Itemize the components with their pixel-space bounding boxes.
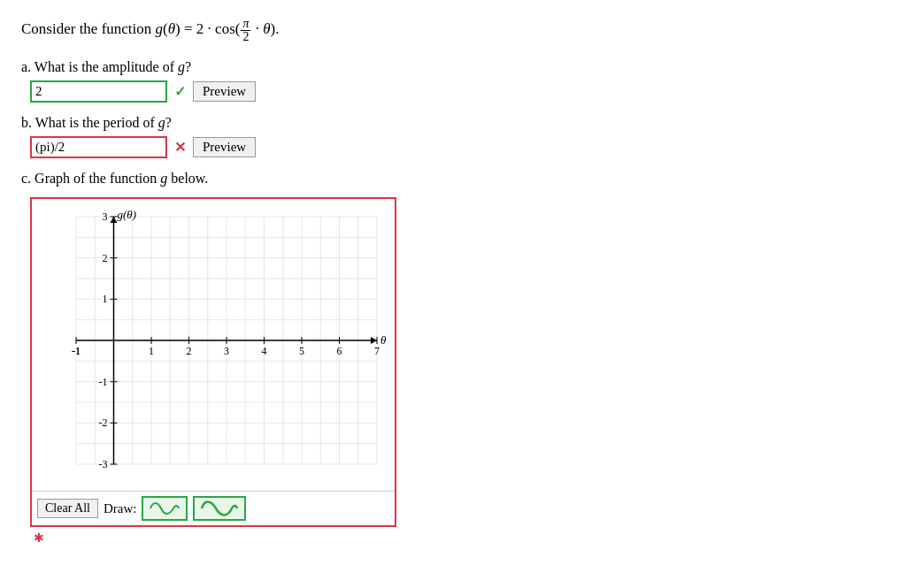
graph-error-asterisk: ✱ [34, 531, 44, 545]
part-c-label: c. Graph of the function g below. [21, 171, 885, 187]
correct-icon: ✓ [174, 83, 186, 100]
draw-option-2[interactable] [193, 496, 246, 521]
draw-option-1[interactable] [142, 496, 188, 521]
graph-canvas[interactable] [32, 199, 395, 491]
amplitude-preview-button[interactable]: Preview [193, 81, 256, 102]
draw-wave-large-icon [200, 499, 239, 518]
graph-toolbar: Clear All Draw: [32, 491, 395, 525]
draw-label: Draw: [104, 501, 137, 516]
period-preview-button[interactable]: Preview [193, 137, 256, 157]
amplitude-input[interactable] [30, 80, 167, 103]
part-a-input-row: ✓ Preview [30, 80, 885, 103]
graph-container: Clear All Draw: [30, 197, 396, 527]
part-b-input-row: ✕ Preview [30, 136, 885, 158]
part-b: b. What is the period of g? ✕ Preview [21, 115, 885, 158]
incorrect-icon: ✕ [174, 139, 186, 156]
part-a-label: a. What is the amplitude of g? [21, 59, 885, 75]
question-title: Consider the function g(θ) = 2 · cos(π2 … [21, 18, 885, 43]
part-a: a. What is the amplitude of g? ✓ Preview [21, 59, 885, 103]
part-c: c. Graph of the function g below. Clear … [21, 171, 885, 546]
draw-wave-small-icon [149, 499, 180, 518]
part-b-label: b. What is the period of g? [21, 115, 885, 131]
clear-all-button[interactable]: Clear All [37, 499, 98, 518]
period-input[interactable] [30, 136, 167, 158]
